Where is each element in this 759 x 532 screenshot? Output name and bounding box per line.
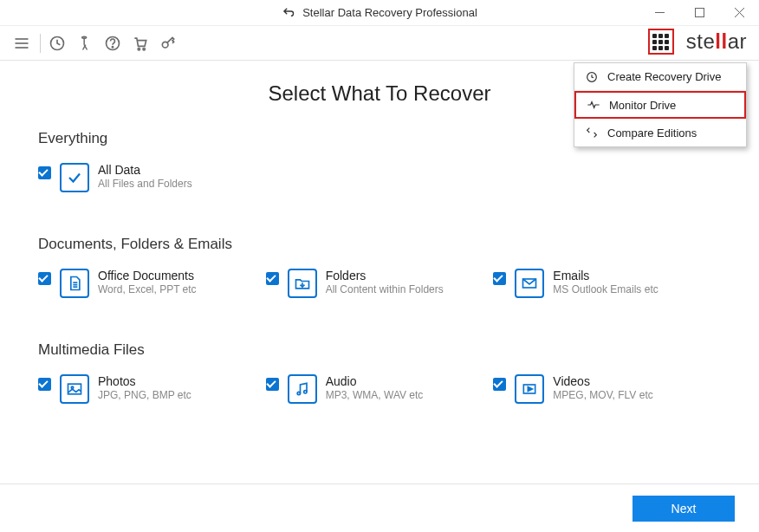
section-documents-title: Documents, Folders & Emails <box>38 236 721 253</box>
svg-point-12 <box>143 48 145 49</box>
option-label: Folders <box>326 269 444 282</box>
menu-label: Monitor Drive <box>609 99 676 112</box>
menu-create-recovery-drive[interactable]: Create Recovery Drive <box>574 63 746 91</box>
option-emails[interactable]: Emails MS Outlook Emails etc <box>493 269 721 298</box>
option-sub: MS Outlook Emails etc <box>553 283 658 295</box>
option-office-documents[interactable]: Office Documents Word, Excel, PPT etc <box>38 269 266 298</box>
toolbar: stellar <box>0 26 759 61</box>
research-button[interactable] <box>74 32 96 55</box>
next-button[interactable]: Next <box>632 496 735 522</box>
audio-icon <box>288 374 317 404</box>
cart-button[interactable] <box>129 32 152 55</box>
checkbox[interactable] <box>38 166 51 179</box>
option-sub: MPEG, MOV, FLV etc <box>553 389 652 401</box>
compare-icon <box>585 126 599 139</box>
svg-point-11 <box>138 48 139 49</box>
option-sub: All Files and Folders <box>98 178 192 190</box>
option-photos[interactable]: Photos JPG, PNG, BMP etc <box>38 374 266 404</box>
window-title: Stellar Data Recovery Professional <box>282 6 477 20</box>
close-button[interactable] <box>719 0 759 25</box>
checkbox[interactable] <box>266 378 279 391</box>
svg-marker-24 <box>529 387 533 392</box>
checkbox[interactable] <box>38 378 51 391</box>
section-multimedia-title: Multimedia Files <box>38 341 721 359</box>
svg-point-8 <box>82 36 87 38</box>
option-sub: All Content within Folders <box>326 283 444 295</box>
folder-icon <box>288 269 317 298</box>
photo-icon <box>60 374 89 404</box>
option-label: Office Documents <box>98 269 197 282</box>
svg-rect-1 <box>695 9 704 17</box>
all-data-icon <box>60 163 89 192</box>
option-sub: Word, Excel, PPT etc <box>98 283 197 295</box>
menu-monitor-drive[interactable]: Monitor Drive <box>574 91 746 119</box>
separator <box>40 34 41 53</box>
checkbox[interactable] <box>266 272 279 285</box>
option-all-data[interactable]: All Data All Files and Folders <box>38 163 268 192</box>
svg-point-21 <box>297 392 300 394</box>
title-text: Stellar Data Recovery Professional <box>302 6 477 19</box>
menu-compare-editions[interactable]: Compare Editions <box>574 119 746 146</box>
recovery-drive-icon <box>585 70 599 84</box>
option-label: Videos <box>553 374 652 388</box>
maximize-button[interactable] <box>679 0 719 25</box>
option-folders[interactable]: Folders All Content within Folders <box>266 269 494 298</box>
key-button[interactable] <box>157 32 179 55</box>
menu-label: Create Recovery Drive <box>607 70 722 83</box>
history-button[interactable] <box>46 32 68 55</box>
apps-dropdown: Create Recovery Drive Monitor Drive Comp… <box>574 62 747 147</box>
option-sub: MP3, WMA, WAV etc <box>326 389 424 401</box>
window-controls <box>639 0 759 25</box>
svg-point-10 <box>112 46 113 47</box>
menu-label: Compare Editions <box>607 127 697 139</box>
option-label: All Data <box>98 163 192 177</box>
option-videos[interactable]: Videos MPEG, MOV, FLV etc <box>493 374 721 404</box>
option-label: Emails <box>553 269 658 282</box>
option-label: Audio <box>326 374 424 388</box>
option-sub: JPG, PNG, BMP etc <box>98 389 191 401</box>
monitor-drive-icon <box>587 98 600 112</box>
email-icon <box>515 269 544 298</box>
back-arrow-icon <box>282 6 295 20</box>
option-audio[interactable]: Audio MP3, WMA, WAV etc <box>266 374 494 404</box>
svg-point-22 <box>303 391 306 393</box>
checkbox[interactable] <box>493 378 506 391</box>
svg-point-13 <box>162 42 168 48</box>
footer: Next <box>0 483 759 532</box>
checkbox[interactable] <box>38 272 51 285</box>
titlebar: Stellar Data Recovery Professional <box>0 0 759 26</box>
checkbox[interactable] <box>493 272 506 285</box>
brand-logo: stellar <box>686 29 747 54</box>
video-icon <box>515 374 544 404</box>
option-label: Photos <box>98 374 191 388</box>
menu-button[interactable] <box>10 32 33 55</box>
document-icon <box>60 269 89 298</box>
help-button[interactable] <box>101 32 124 55</box>
apps-grid-button[interactable] <box>648 29 674 55</box>
grid-icon <box>652 34 669 50</box>
minimize-button[interactable] <box>639 0 679 25</box>
